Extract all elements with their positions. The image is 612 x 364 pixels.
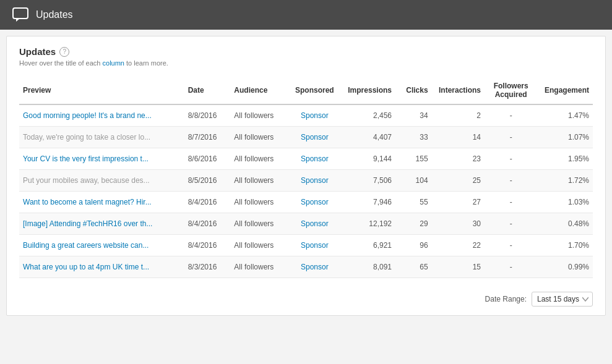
- clicks-cell: 96: [395, 235, 432, 256]
- followers-acquired-cell: -: [485, 235, 537, 256]
- subtitle: Hover over the title of each column to l…: [19, 59, 593, 67]
- followers-acquired-cell: -: [485, 170, 537, 192]
- table-row: Put your mobiles away, because des...8/5…: [19, 170, 593, 192]
- audience-cell: All followers: [230, 235, 290, 256]
- impressions-cell: 4,407: [339, 127, 395, 148]
- chat-icon: [12, 7, 30, 22]
- sponsor-link[interactable]: Sponsor: [301, 154, 329, 163]
- preview-link[interactable]: Your CV is the very first impression t..…: [23, 154, 181, 163]
- clicks-cell: 29: [395, 213, 432, 235]
- engagement-cell: 0.48%: [537, 213, 593, 235]
- table-row: What are you up to at 4pm UK time t...8/…: [19, 256, 593, 278]
- sponsor-link[interactable]: Sponsor: [301, 111, 329, 120]
- sponsored-cell: Sponsor: [290, 127, 339, 148]
- preview-text: Today, we're going to take a closer lo..…: [23, 133, 181, 142]
- col-impressions: Impressions: [339, 77, 395, 104]
- date-cell: 8/6/2016: [184, 148, 231, 170]
- col-followers-acquired: FollowersAcquired: [485, 77, 537, 104]
- clicks-cell: 104: [395, 170, 432, 192]
- svg-rect-0: [13, 8, 28, 19]
- section-title-row: Updates ?: [19, 46, 593, 57]
- audience-cell: All followers: [230, 213, 290, 235]
- preview-link[interactable]: Good morning people! It's a brand ne...: [23, 111, 181, 120]
- impressions-cell: 12,192: [339, 213, 395, 235]
- clicks-cell: 55: [395, 192, 432, 213]
- impressions-cell: 7,506: [339, 170, 395, 192]
- followers-acquired-cell: -: [485, 213, 537, 235]
- sponsored-cell: Sponsor: [290, 256, 339, 278]
- sponsor-link[interactable]: Sponsor: [301, 219, 329, 228]
- interactions-cell: 23: [432, 148, 485, 170]
- audience-cell: All followers: [230, 148, 290, 170]
- sponsor-link[interactable]: Sponsor: [301, 241, 329, 250]
- interactions-cell: 25: [432, 170, 485, 192]
- clicks-cell: 33: [395, 127, 432, 148]
- preview-cell: Want to become a talent magnet? Hir...: [19, 192, 184, 213]
- date-cell: 8/8/2016: [184, 104, 231, 127]
- followers-acquired-cell: -: [485, 127, 537, 148]
- col-date: Date: [184, 77, 231, 104]
- sponsor-link[interactable]: Sponsor: [301, 133, 329, 142]
- preview-text: Put your mobiles away, because des...: [23, 176, 181, 185]
- followers-acquired-cell: -: [485, 192, 537, 213]
- sponsored-cell: Sponsor: [290, 213, 339, 235]
- audience-cell: All followers: [230, 256, 290, 278]
- content-area: Updates ? Hover over the title of each c…: [6, 36, 606, 316]
- audience-cell: All followers: [230, 192, 290, 213]
- col-preview: Preview: [19, 77, 184, 104]
- sponsored-cell: Sponsor: [290, 170, 339, 192]
- col-clicks: Clicks: [395, 77, 432, 104]
- col-engagement: Engagement: [537, 77, 593, 104]
- sponsor-link[interactable]: Sponsor: [301, 263, 329, 271]
- engagement-cell: 1.95%: [537, 148, 593, 170]
- interactions-cell: 15: [432, 256, 485, 278]
- col-interactions: Interactions: [432, 77, 485, 104]
- preview-cell: Building a great careers website can...: [19, 235, 184, 256]
- header-title: Updates: [36, 9, 73, 20]
- preview-cell: What are you up to at 4pm UK time t...: [19, 256, 184, 278]
- table-row: Your CV is the very first impression t..…: [19, 148, 593, 170]
- engagement-cell: 1.72%: [537, 170, 593, 192]
- table-header: Preview Date Audience Sponsored Impressi…: [19, 77, 593, 104]
- date-cell: 8/4/2016: [184, 213, 231, 235]
- followers-acquired-cell: -: [485, 104, 537, 127]
- interactions-cell: 14: [432, 127, 485, 148]
- interactions-cell: 2: [432, 104, 485, 127]
- column-link[interactable]: column: [103, 59, 124, 67]
- preview-cell: Today, we're going to take a closer lo..…: [19, 127, 184, 148]
- sponsored-cell: Sponsor: [290, 192, 339, 213]
- sponsored-cell: Sponsor: [290, 235, 339, 256]
- preview-link[interactable]: What are you up to at 4pm UK time t...: [23, 263, 181, 271]
- preview-link[interactable]: [Image] Attending #TechHR16 over th...: [23, 219, 181, 228]
- date-range-bar: Date Range: Last 15 daysLast 30 daysLast…: [485, 292, 593, 307]
- impressions-cell: 7,946: [339, 192, 395, 213]
- preview-cell: Put your mobiles away, because des...: [19, 170, 184, 192]
- interactions-cell: 27: [432, 192, 485, 213]
- audience-cell: All followers: [230, 170, 290, 192]
- sponsor-link[interactable]: Sponsor: [301, 198, 329, 206]
- sponsor-link[interactable]: Sponsor: [301, 176, 329, 185]
- help-icon[interactable]: ?: [59, 47, 69, 57]
- impressions-cell: 2,456: [339, 104, 395, 127]
- audience-cell: All followers: [230, 104, 290, 127]
- impressions-cell: 9,144: [339, 148, 395, 170]
- impressions-cell: 8,091: [339, 256, 395, 278]
- preview-cell: Good morning people! It's a brand ne...: [19, 104, 184, 127]
- preview-link[interactable]: Building a great careers website can...: [23, 241, 181, 250]
- page-wrapper: Updates Updates ? Hover over the title o…: [0, 0, 612, 364]
- header-bar: Updates: [0, 0, 612, 30]
- interactions-cell: 30: [432, 213, 485, 235]
- date-range-select[interactable]: Last 15 daysLast 30 daysLast 60 daysLast…: [532, 292, 593, 307]
- table-row: Today, we're going to take a closer lo..…: [19, 127, 593, 148]
- preview-cell: Your CV is the very first impression t..…: [19, 148, 184, 170]
- clicks-cell: 34: [395, 104, 432, 127]
- preview-link[interactable]: Want to become a talent magnet? Hir...: [23, 198, 181, 206]
- table-row: Want to become a talent magnet? Hir...8/…: [19, 192, 593, 213]
- table-row: [Image] Attending #TechHR16 over th...8/…: [19, 213, 593, 235]
- impressions-cell: 6,921: [339, 235, 395, 256]
- updates-table: Preview Date Audience Sponsored Impressi…: [19, 77, 593, 278]
- engagement-cell: 1.47%: [537, 104, 593, 127]
- sponsored-cell: Sponsor: [290, 104, 339, 127]
- table-body: Good morning people! It's a brand ne...8…: [19, 104, 593, 278]
- date-cell: 8/4/2016: [184, 192, 231, 213]
